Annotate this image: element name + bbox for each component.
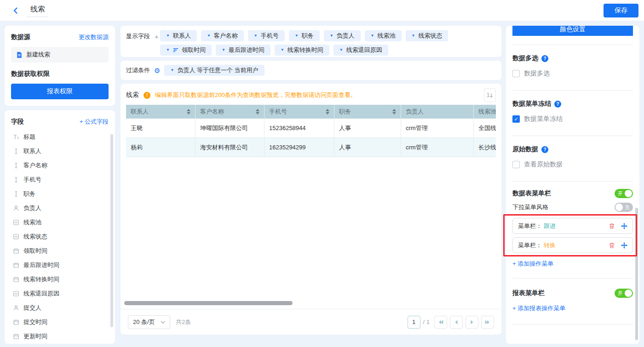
display-field-chip[interactable]: ▼ 线索状态 <box>406 30 448 41</box>
field-item[interactable]: 领取时间 <box>11 244 109 258</box>
display-field-chip[interactable]: ▼ 线索退回原因 <box>334 45 388 56</box>
report-permission-button[interactable]: 报表权限 <box>11 84 109 99</box>
column-header-label: 职务 <box>339 108 351 116</box>
add-action-menu-link[interactable]: + 添加操作菜单 <box>512 260 553 267</box>
column-header[interactable]: 手机号 <box>264 105 334 119</box>
preview-title: 线索 <box>126 91 139 99</box>
first-page-button[interactable] <box>434 316 447 329</box>
menu-freeze-checkbox[interactable]: ✓ <box>512 115 520 123</box>
field-item-label: 线索池 <box>23 218 41 227</box>
column-header[interactable]: 客户名称 <box>196 105 264 119</box>
change-datasource-link[interactable]: 更改数据源 <box>79 33 109 41</box>
text-icon <box>13 162 19 169</box>
display-field-chip-label: 职务 <box>302 32 314 40</box>
display-field-chip[interactable]: ▼ 职务 <box>289 30 320 41</box>
display-field-chip[interactable]: ▼ 联系人 <box>160 30 197 41</box>
dropdown-style-toggle[interactable]: 关 <box>615 203 633 212</box>
menu-item-row[interactable]: 菜单栏： 转换 <box>512 237 633 253</box>
drag-menu-item-handle[interactable] <box>621 223 627 229</box>
field-item[interactable]: 职务 <box>11 187 109 201</box>
delete-menu-item-button[interactable] <box>609 242 615 249</box>
page-size-select[interactable]: 20 条/页 <box>128 315 170 329</box>
field-item[interactable]: 线索退回原因 <box>11 286 109 301</box>
table-row[interactable]: 杨莉海安材料有限公司16235294299人事crm管理长沙线索 <box>126 138 496 157</box>
sort-arrows-icon[interactable] <box>256 109 259 114</box>
multi-select-checkbox[interactable] <box>512 70 520 77</box>
fields-title: 字段 <box>11 118 24 126</box>
filter-condition-chip[interactable]: ▼ 负责人 等于任意一个 当前用户 <box>164 65 264 76</box>
display-field-chip[interactable]: ▼ 线索池 <box>365 30 402 41</box>
field-item-label: 联系人 <box>23 147 41 155</box>
display-field-chip-label: 最后跟进时间 <box>229 46 264 54</box>
column-header[interactable]: 负责人 <box>401 105 474 119</box>
calendar-icon <box>13 262 19 268</box>
field-item[interactable]: 手机号 <box>11 172 109 187</box>
field-item[interactable]: 提交时间 <box>11 315 109 329</box>
field-item[interactable]: 标题 <box>11 130 109 144</box>
raw-data-checkbox[interactable] <box>512 161 520 168</box>
calendar-icon <box>13 276 19 283</box>
help-icon[interactable]: ? <box>554 101 561 108</box>
field-item[interactable]: 线索状态 <box>11 229 109 244</box>
sort-arrows-icon[interactable] <box>392 109 396 114</box>
display-field-chip-label: 负责人 <box>337 32 355 40</box>
field-item[interactable]: 负责人 <box>11 201 109 215</box>
display-field-chip[interactable]: ▼ 负责人 <box>324 30 361 41</box>
add-display-field-button[interactable]: + <box>155 33 159 40</box>
title-icon <box>13 134 19 140</box>
save-button[interactable]: 保存 <box>604 4 638 17</box>
table-row[interactable]: 王晓坤曜国际有限公司15236258944人事crm管理全国线索 <box>126 119 496 138</box>
display-field-chip[interactable]: ▼ 客户名称 <box>201 30 244 41</box>
display-field-chip[interactable]: ▼ 领取时间 <box>160 45 212 56</box>
delete-menu-item-button[interactable] <box>609 223 615 229</box>
display-field-chip[interactable]: ▼ 手机号 <box>248 30 285 41</box>
table-cell: crm管理 <box>401 138 474 157</box>
display-field-chip-label: 领取时间 <box>182 46 206 54</box>
settings-scrollbar[interactable] <box>635 208 638 340</box>
current-page-box[interactable]: 1 <box>408 316 420 329</box>
display-field-chip[interactable]: ▼ 线索转换时间 <box>275 45 329 56</box>
add-report-action-menu-link[interactable]: + 添加报表操作菜单 <box>512 305 565 312</box>
menu-item-row[interactable]: 菜单栏： 跟进 <box>512 218 633 234</box>
drag-menu-item-handle[interactable] <box>621 242 627 249</box>
fields-scrollbar[interactable] <box>110 134 113 327</box>
multi-select-checkbox-label: 数据多选 <box>524 69 550 78</box>
help-icon[interactable]: ? <box>541 55 548 62</box>
table-menu-toggle[interactable]: 开 <box>615 189 633 198</box>
preview-table-panel: 线索 ! 编辑界面只取数据源前200条作为查询数据预览，完整数据请访问页面查看。… <box>121 84 501 335</box>
field-item[interactable]: 提交人 <box>11 301 109 315</box>
sort-arrows-icon[interactable] <box>326 109 329 114</box>
sort-arrows-icon[interactable] <box>187 109 190 114</box>
datasource-item[interactable]: 新建线索 <box>11 47 109 63</box>
color-settings-button[interactable]: 颜色设置 <box>512 26 633 36</box>
column-header[interactable]: 联系人 <box>126 105 196 119</box>
prev-page-button[interactable] <box>450 316 463 329</box>
table-cell: 王晓 <box>126 119 196 138</box>
chevron-down-icon: ▼ <box>207 34 211 38</box>
chevron-left-icon <box>12 7 19 14</box>
field-item[interactable]: 最后跟进时间 <box>11 258 109 272</box>
last-page-button[interactable] <box>481 316 494 329</box>
field-item-label: 线索状态 <box>23 233 47 241</box>
next-page-button[interactable] <box>466 316 478 329</box>
display-field-chip[interactable]: ▼ 最后跟进时间 <box>216 45 270 56</box>
field-item[interactable]: 客户名称 <box>11 158 109 172</box>
column-header[interactable]: 线索池 <box>474 105 496 119</box>
chevron-down-icon: ▼ <box>281 48 284 52</box>
field-item[interactable]: 线索池 <box>11 215 109 229</box>
add-formula-field-link[interactable]: + 公式字段 <box>80 118 109 126</box>
arrow-down-icon <box>489 93 493 98</box>
field-item[interactable]: 联系人 <box>11 144 109 158</box>
horizontal-scrollbar[interactable] <box>124 301 293 305</box>
field-item[interactable]: 线索转换时间 <box>11 272 109 286</box>
sort-order-button[interactable]: 1 <box>484 88 496 102</box>
back-button[interactable] <box>12 7 19 14</box>
filter-label: 过滤条件 <box>126 66 150 74</box>
column-header[interactable]: 职务 <box>334 105 401 119</box>
report-menu-toggle[interactable]: 开 <box>615 289 633 298</box>
table-cell: 坤曜国际有限公司 <box>196 119 264 138</box>
gear-icon[interactable]: ⚙ <box>154 67 160 74</box>
field-item[interactable]: 更新时间 <box>11 329 109 343</box>
table-cell: 15236258944 <box>264 119 334 138</box>
help-icon[interactable]: ? <box>541 146 548 153</box>
